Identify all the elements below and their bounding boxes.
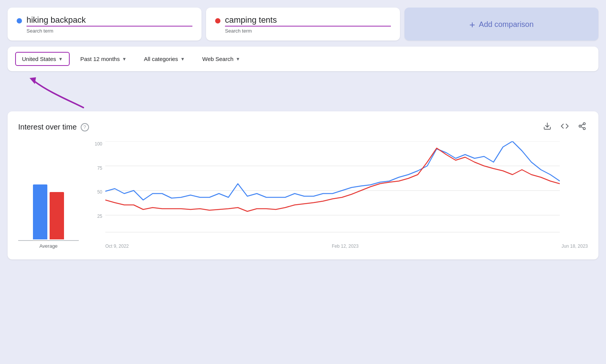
line-chart-area: 100 75 50 25 xyxy=(90,141,588,249)
embed-button[interactable] xyxy=(559,120,570,134)
annotation-arrow xyxy=(15,73,98,111)
search-term-card-2: Search term xyxy=(206,8,400,41)
search-terms-row: Search term Search term + Add comparison xyxy=(8,8,598,41)
average-bars xyxy=(33,164,64,239)
location-chevron-icon: ▼ xyxy=(58,56,63,62)
add-comparison-card[interactable]: + Add comparison xyxy=(405,8,598,41)
y-axis-labels: 100 75 50 25 xyxy=(90,141,105,237)
bar-average-label: Average xyxy=(39,243,58,249)
search-type-filter-label: Web Search xyxy=(202,56,233,62)
location-filter-button[interactable]: United States ▼ xyxy=(15,52,70,66)
category-filter-button[interactable]: All categories ▼ xyxy=(137,52,192,66)
svg-marker-0 xyxy=(30,77,36,84)
category-chevron-icon: ▼ xyxy=(180,56,185,62)
term1-dot xyxy=(17,18,22,23)
share-icon xyxy=(578,122,586,130)
category-filter-label: All categories xyxy=(144,56,178,62)
chart-title-area: Interest over time ? xyxy=(18,123,89,131)
search-term-card-1: Search term xyxy=(8,8,201,41)
chart-actions xyxy=(542,120,588,134)
add-comparison-label: Add comparison xyxy=(479,20,534,29)
plus-icon: + xyxy=(469,20,475,30)
y-label-25: 25 xyxy=(90,214,105,219)
location-filter-label: United States xyxy=(22,56,56,62)
share-button[interactable] xyxy=(576,120,588,134)
download-button[interactable] xyxy=(542,120,553,134)
x-label-oct: Oct 9, 2022 xyxy=(105,244,129,249)
time-period-filter-label: Past 12 months xyxy=(80,56,120,62)
search-term-type-2: Search term xyxy=(225,28,391,34)
embed-icon xyxy=(561,122,569,130)
search-type-chevron-icon: ▼ xyxy=(236,56,240,62)
x-label-feb: Feb 12, 2023 xyxy=(332,244,359,249)
y-label-100: 100 xyxy=(90,141,105,147)
term2-dot xyxy=(215,18,220,23)
y-label-50: 50 xyxy=(90,189,105,195)
search-term-input-2[interactable] xyxy=(225,15,391,27)
y-label-75: 75 xyxy=(90,166,105,171)
search-term-input-1[interactable] xyxy=(27,15,192,27)
line-chart-svg xyxy=(105,141,560,240)
chart-header: Interest over time ? xyxy=(18,120,588,134)
chart-body: Average 100 75 50 25 xyxy=(18,141,588,249)
bar-baseline xyxy=(18,240,79,241)
time-period-filter-button[interactable]: Past 12 months ▼ xyxy=(73,52,133,66)
time-period-chevron-icon: ▼ xyxy=(122,56,127,62)
svg-line-5 xyxy=(581,127,583,128)
search-term-type-1: Search term xyxy=(27,28,192,34)
x-label-jun: Jun 18, 2023 xyxy=(562,244,588,249)
x-axis-labels: Oct 9, 2022 Feb 12, 2023 Jun 18, 2023 xyxy=(105,244,588,249)
search-type-filter-button[interactable]: Web Search ▼ xyxy=(195,52,247,66)
red-bar xyxy=(50,192,64,239)
svg-line-6 xyxy=(581,124,583,126)
chart-svg-container xyxy=(105,141,588,241)
chart-title: Interest over time xyxy=(18,123,77,131)
blue-bar xyxy=(33,184,47,239)
help-icon[interactable]: ? xyxy=(81,123,89,131)
annotation-area xyxy=(8,77,598,111)
bar-chart-area: Average xyxy=(18,164,79,249)
chart-card: Interest over time ? xyxy=(8,111,598,259)
download-icon xyxy=(543,122,551,130)
filters-row: United States ▼ Past 12 months ▼ All cat… xyxy=(8,47,598,71)
